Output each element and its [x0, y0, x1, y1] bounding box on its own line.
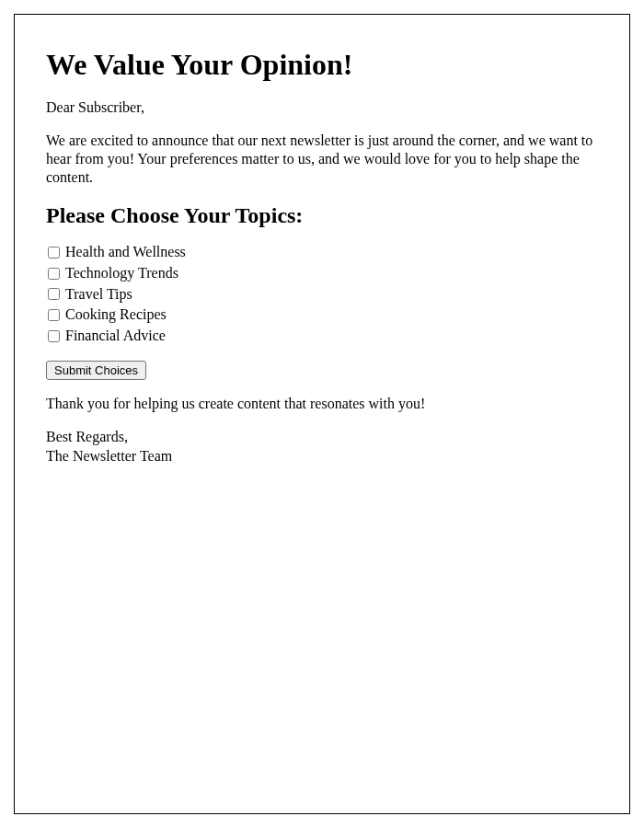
topic-label: Technology Trends [65, 264, 178, 283]
topic-item: Travel Tips [46, 285, 598, 305]
topic-checkbox-health[interactable] [48, 247, 60, 259]
topic-label: Cooking Recipes [65, 305, 167, 325]
closing-text: Best Regards, The Newsletter Team [46, 428, 598, 466]
submit-button[interactable]: Submit Choices [46, 361, 146, 380]
topic-item: Cooking Recipes [46, 305, 598, 325]
topic-item: Financial Advice [46, 327, 598, 346]
topic-label: Travel Tips [65, 285, 132, 305]
topic-checkbox-financial[interactable] [48, 330, 60, 342]
closing-line-2: The Newsletter Team [46, 448, 172, 464]
topics-heading: Please Choose Your Topics: [46, 203, 598, 228]
topic-item: Technology Trends [46, 264, 598, 283]
intro-text: We are excited to announce that our next… [46, 132, 598, 187]
topic-checkbox-technology[interactable] [48, 268, 60, 280]
topic-label: Financial Advice [65, 327, 166, 346]
closing-line-1: Best Regards, [46, 429, 128, 444]
topic-label: Health and Wellness [65, 243, 186, 262]
document-page: We Value Your Opinion! Dear Subscriber, … [14, 14, 630, 814]
topic-list: Health and Wellness Technology Trends Tr… [46, 243, 598, 346]
topic-checkbox-cooking[interactable] [48, 309, 60, 321]
page-title: We Value Your Opinion! [46, 48, 598, 82]
topic-checkbox-travel[interactable] [48, 288, 60, 300]
greeting-text: Dear Subscriber, [46, 98, 598, 117]
topic-item: Health and Wellness [46, 243, 598, 262]
thankyou-text: Thank you for helping us create content … [46, 395, 598, 413]
